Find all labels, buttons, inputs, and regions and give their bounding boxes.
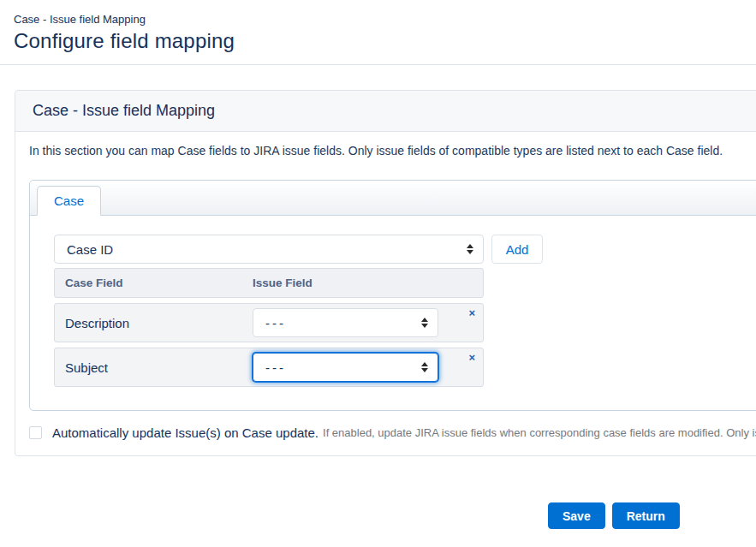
mapping-table-header: Case Field Issue Field	[54, 268, 484, 298]
tab-panel-case: Case ID Add Case Field Issue Field Descr…	[30, 216, 756, 410]
add-button[interactable]: Add	[491, 235, 543, 264]
field-mapping-card: Case - Issue field Mapping In this secti…	[15, 90, 756, 456]
card-header: Case - Issue field Mapping	[15, 91, 756, 132]
section-description: In this section you can map Case fields …	[29, 142, 756, 159]
column-header-issue-field: Issue Field	[253, 276, 313, 289]
save-button[interactable]: Save	[548, 502, 605, 529]
case-field-label: Subject	[65, 360, 253, 375]
tab-strip: Case	[30, 181, 756, 216]
tab-case[interactable]: Case	[37, 186, 101, 216]
select-spinner-icon	[421, 362, 428, 372]
case-field-select-value: Case ID	[67, 242, 113, 257]
return-button[interactable]: Return	[612, 502, 680, 529]
auto-update-label: Automatically update Issue(s) on Case up…	[52, 425, 318, 440]
auto-update-help-text: If enabled, update JIRA issue fields whe…	[323, 426, 756, 439]
action-buttons: Save Return	[0, 502, 756, 529]
table-row: Description --- ×	[54, 303, 484, 342]
select-spinner-icon	[421, 318, 428, 328]
issue-field-select-description[interactable]: ---	[253, 308, 438, 337]
remove-mapping-icon[interactable]: ×	[468, 307, 475, 318]
auto-update-checkbox[interactable]	[29, 426, 42, 439]
table-row: Subject --- ×	[54, 348, 484, 387]
mapping-tabset: Case Case ID Add Case Field Issue Field	[29, 180, 756, 411]
breadcrumb[interactable]: Case - Issue field Mapping	[14, 13, 756, 26]
select-spinner-icon	[467, 244, 473, 254]
field-picker-row: Case ID Add	[54, 235, 756, 264]
page-header: Case - Issue field Mapping Configure fie…	[0, 0, 756, 65]
remove-mapping-icon[interactable]: ×	[468, 352, 475, 363]
auto-update-row: Automatically update Issue(s) on Case up…	[29, 425, 756, 440]
case-field-label: Description	[65, 316, 253, 330]
mapping-table: Case Field Issue Field Description --- ×…	[54, 268, 484, 387]
column-header-case-field: Case Field	[65, 276, 253, 289]
case-field-select[interactable]: Case ID	[54, 235, 484, 264]
issue-field-select-subject[interactable]: ---	[253, 353, 438, 382]
card-body: In this section you can map Case fields …	[15, 132, 756, 455]
page-title: Configure field mapping	[14, 29, 756, 53]
